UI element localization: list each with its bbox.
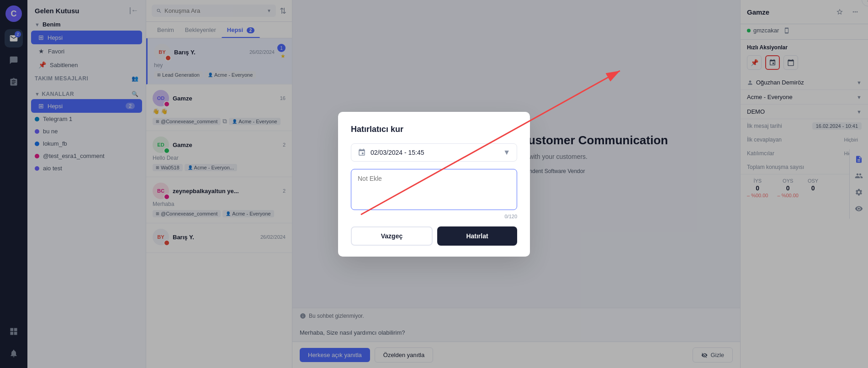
date-value: 02/03/2024 - 15:45	[370, 149, 424, 156]
confirm-button[interactable]: Hatırlat	[437, 226, 517, 246]
modal-actions: Vazgeç Hatırlat	[351, 226, 517, 246]
date-picker-chevron-icon: ▼	[503, 148, 510, 157]
modal-overlay[interactable]: Hatırlatıcı kur 02/03/2024 - 15:45 ▼ 0/1…	[0, 0, 868, 368]
calendar-icon	[358, 148, 366, 157]
textarea-counter: 0/120	[351, 214, 517, 219]
note-textarea[interactable]	[351, 169, 517, 210]
cancel-button[interactable]: Vazgeç	[351, 226, 433, 246]
date-picker-row[interactable]: 02/03/2024 - 15:45 ▼	[351, 143, 517, 162]
reminder-modal: Hatırlatıcı kur 02/03/2024 - 15:45 ▼ 0/1…	[338, 112, 530, 257]
modal-title: Hatırlatıcı kur	[351, 125, 517, 134]
